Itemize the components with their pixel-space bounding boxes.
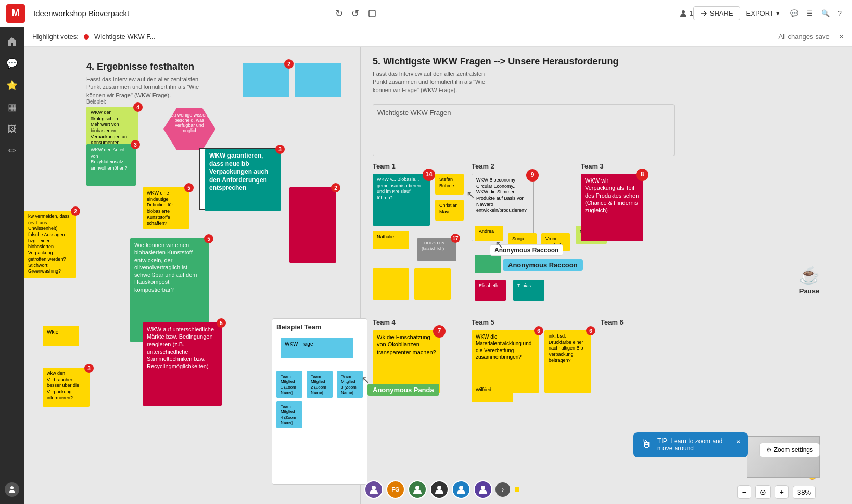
highlight-dot: [84, 34, 89, 40]
team2-elisabeth[interactable]: Elisabeth: [475, 280, 506, 301]
wkw-right-box-label: Wichtigste WKW Fragen: [373, 105, 674, 121]
avatar-1[interactable]: [364, 480, 383, 499]
section-left-title: 4. Ergebnisse festhalten: [86, 61, 194, 72]
sticky-wkw-garantieren[interactable]: WKW garantieren, dass neue bb Verpackung…: [205, 149, 281, 211]
beispiel-m2[interactable]: Team Mitglied 2 (Zoom Name): [307, 371, 333, 398]
undo-button[interactable]: ↻: [331, 6, 347, 21]
sticky-wkie[interactable]: Wkie: [43, 326, 79, 346]
team1-teal-sticky[interactable]: WKW v... Biobasie... gemeinsam/sortieren…: [373, 174, 430, 226]
sidebar-icon-avatar[interactable]: [3, 480, 21, 499]
sidebar-icon-star[interactable]: ⭐: [3, 76, 21, 95]
record-button[interactable]: [363, 7, 381, 20]
blue-rect-1: 2: [243, 63, 289, 97]
badge-2c: 2: [71, 206, 80, 216]
list-button[interactable]: ☰: [803, 7, 817, 19]
highlight-bar: Highlight votes: Wichtigste WKW F... All…: [24, 27, 852, 47]
avatar-3[interactable]: [408, 480, 427, 499]
badge-6b: 6: [586, 326, 595, 335]
avatar-4[interactable]: [430, 480, 449, 499]
left-sidebar: 💬 ⭐ ▦ 🖼 ✏: [0, 27, 24, 504]
badge-5c: 5: [217, 318, 226, 328]
tip-close-icon[interactable]: ×: [736, 437, 741, 446]
team5-ink[interactable]: ink. bsd. Druckfarbe einer nachhaltigen …: [544, 330, 591, 393]
zoom-reset-button[interactable]: ⊙: [755, 485, 771, 499]
badge-6a: 6: [534, 326, 543, 335]
team5-label: Team 5: [472, 318, 494, 326]
document-title: Ideenworkshop Bioverpackt: [33, 9, 331, 18]
cursor-2: ↖: [466, 188, 475, 201]
sticky-wkw-anteil[interactable]: WKW den Anteil von Rezyklateinsatz sinnv…: [86, 144, 136, 186]
beispiel-team-box: Beispiel Team WKW Frage Team Mitglied 1 …: [272, 318, 367, 485]
search-button[interactable]: 🔍: [817, 7, 834, 19]
beispiel-m4[interactable]: Team Mitglied 4 (Zoom Name): [276, 401, 302, 428]
svg-point-3: [372, 486, 376, 490]
section-left-subtitle: Fasst das Interview auf den aller zentra…: [86, 75, 199, 99]
svg-point-5: [437, 486, 441, 490]
pause-label: Pause: [799, 287, 819, 295]
section-right-subtitle: Fasst das Interview auf den aller zentra…: [373, 70, 485, 94]
team5-wilfried[interactable]: Wilfried: [472, 384, 513, 402]
sticky-crimson-1[interactable]: [289, 187, 336, 263]
team4-label: Team 4: [373, 318, 396, 326]
beispiel-wkw[interactable]: WKW Frage: [281, 338, 353, 358]
sticky-wkw-definition[interactable]: WKW eine eindeutige Definition für bioba…: [143, 187, 189, 229]
zoom-settings-button[interactable]: ⚙ Zoom settings: [759, 443, 820, 457]
share-button[interactable]: SHARE: [693, 6, 740, 20]
wkw-right-box[interactable]: Wichtigste WKW Fragen: [373, 104, 675, 156]
avatar-6[interactable]: [474, 480, 492, 499]
saved-status: All changes save: [778, 33, 829, 41]
team1-stefan[interactable]: Stefan Bühme: [435, 174, 464, 195]
section-example-label: Beispiel:: [86, 99, 106, 105]
tip-text: TIP: Learn to zoom and move around: [657, 437, 731, 452]
badge-2b: 2: [331, 183, 340, 192]
export-button[interactable]: EXPORT ▾: [740, 7, 786, 20]
sticky-kw-vermeiden[interactable]: kw vermeiden, dass (evtl. aus Unwissenhe…: [24, 211, 76, 278]
badge-5b: 5: [204, 234, 213, 243]
team5-wkw[interactable]: WKW die Materialentwicklung und die Vere…: [472, 330, 539, 393]
close-highlight-icon[interactable]: ×: [839, 32, 844, 42]
team1-christian[interactable]: Christian Mayr: [435, 200, 464, 221]
team1-yellow-1[interactable]: [373, 268, 409, 300]
redo-button[interactable]: ↺: [347, 6, 363, 21]
badge-7: 7: [433, 325, 446, 338]
comment-button[interactable]: 💬: [786, 7, 803, 19]
sidebar-icon-home[interactable]: [3, 32, 21, 51]
hexagon-pink: zu wenige wissen bescheid, was verfügbar…: [163, 108, 215, 150]
badge-3b: 3: [275, 145, 285, 154]
team3-label: Team 3: [581, 162, 604, 170]
avatar-more[interactable]: ›: [495, 482, 510, 497]
sidebar-icon-comment[interactable]: 💬: [3, 54, 21, 73]
team1-yellow-2[interactable]: [414, 268, 451, 300]
badge-8: 8: [636, 169, 648, 181]
team3-wkw[interactable]: WKW wir Verpackung als Teil des Produkte…: [581, 174, 643, 241]
person-count: 1: [679, 9, 693, 18]
zoom-in-button[interactable]: +: [775, 485, 789, 499]
sticky-wkw-maerkte[interactable]: WKW auf unterschiedliche Märkte bzw. Bed…: [143, 322, 222, 406]
team2-tobias[interactable]: Tobias: [513, 280, 544, 301]
sidebar-icon-grid[interactable]: ▦: [3, 98, 21, 117]
team4-wkw[interactable]: Wk die Einschätzung von Ökobilanzen tran…: [373, 330, 440, 393]
badge-2a: 2: [284, 59, 294, 69]
beispiel-label: Beispiel Team: [276, 323, 371, 331]
team1-nathalie[interactable]: Nathalie: [373, 231, 409, 249]
beispiel-m1[interactable]: Team Mitglied 1 (Zoom Name): [276, 371, 302, 398]
svg-rect-0: [369, 10, 375, 17]
team2-anon-raccoon-label: Anonymous Raccoon: [503, 259, 583, 271]
team2-green1[interactable]: [475, 255, 501, 273]
cursor-3: ↖: [361, 373, 370, 386]
team1-thorsten[interactable]: THORSTEN (tatsächlich): [417, 238, 456, 261]
sidebar-icon-image[interactable]: 🖼: [3, 120, 21, 138]
avatar-2[interactable]: FG: [386, 480, 405, 499]
section-right-title: 5. Wichtigste WKW Fragen --> Unsere Hera…: [373, 56, 618, 67]
badge-4: 4: [133, 102, 143, 112]
sticky-wkw-verbraucher[interactable]: wkw den Verbraucher besser über die Verp…: [43, 368, 90, 407]
svg-point-2: [10, 486, 14, 489]
blue-rect-2: [295, 63, 341, 97]
zoom-out-button[interactable]: −: [737, 485, 751, 499]
help-button[interactable]: ?: [834, 7, 846, 19]
highlight-filter[interactable]: Wichtigste WKW F...: [94, 33, 156, 41]
beispiel-m3[interactable]: Team Mitglied 3 (Zoom Name): [337, 371, 363, 398]
team2-label: Team 2: [472, 162, 494, 170]
avatar-5[interactable]: [452, 480, 470, 499]
sidebar-icon-draw[interactable]: ✏: [3, 141, 21, 160]
